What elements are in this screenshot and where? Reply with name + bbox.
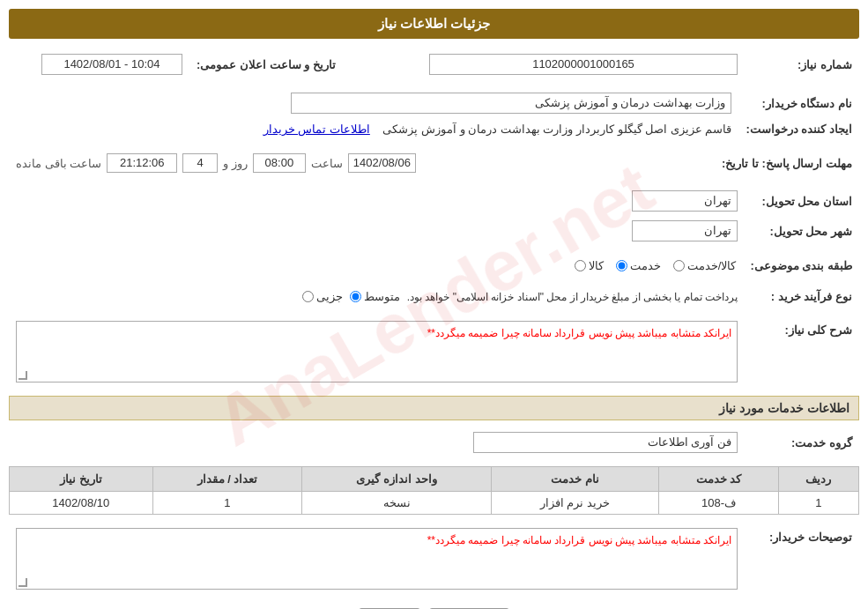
process-text: پرداخت تمام یا بخشی از مبلغ خریدار از مح… xyxy=(407,291,738,303)
col-date: تاریخ نیاز xyxy=(10,467,153,492)
response-clock: 21:12:06 xyxy=(107,153,177,173)
service-group-table: گروه خدمت: فن آوری اطلاعات xyxy=(9,427,859,457)
category-label: طبقه بندی موضوعی: xyxy=(743,255,859,277)
cell-code: ف-108 xyxy=(659,492,779,515)
buyer-org-table: نام دستگاه خریدار: وزارت بهداشت درمان و … xyxy=(9,88,859,140)
announcement-label: تاریخ و ساعت اعلان عمومی: xyxy=(189,49,343,79)
proc-mutawasset-radio[interactable] xyxy=(350,291,361,302)
process-table: نوع فرآیند خرید : پرداخت تمام یا بخشی از… xyxy=(9,286,859,308)
process-label: نوع فرآیند خرید : xyxy=(745,286,859,308)
response-date: 1402/08/06 xyxy=(348,153,416,173)
description-box: ایرانکد متشابه میباشد پیش نویس قرارداد س… xyxy=(16,321,738,382)
announcement-value: 1402/08/01 - 10:04 xyxy=(41,54,182,75)
days-label: روز و xyxy=(223,157,248,170)
cat-kala-radio[interactable] xyxy=(575,260,586,271)
province-label: استان محل تحویل: xyxy=(745,186,859,216)
buyer-org-label: نام دستگاه خریدار: xyxy=(738,88,859,118)
cat-kala-khidmat[interactable]: کالا/خدمت xyxy=(673,259,737,272)
requester-name: قاسم عزیزی اصل گیگلو کاربردار وزارت بهدا… xyxy=(382,123,731,136)
category-table: طبقه بندی موضوعی: کالا/خدمت خدمت کالا xyxy=(9,255,859,277)
page-title: جزئیات اطلاعات نیاز xyxy=(9,9,859,39)
cat-kala-khidmat-label: کالا/خدمت xyxy=(687,259,737,272)
time-label: ساعت xyxy=(311,157,343,170)
service-group-label: گروه خدمت: xyxy=(745,427,859,457)
buyer-org-value: وزارت بهداشت درمان و آموزش پزشکی xyxy=(291,93,731,114)
buyer-desc-table: توصیحات خریدار: ایرانکد متشابه میباشد پی… xyxy=(9,524,859,594)
col-code: کد خدمت xyxy=(659,467,779,492)
proc-mutawasset[interactable]: متوسط xyxy=(350,290,400,303)
cat-kala-khidmat-radio[interactable] xyxy=(673,260,685,271)
deadline-label: مهلت ارسال پاسخ: تا تاریخ: xyxy=(715,149,859,177)
top-info-table: شماره نیاز: 1102000001000165 تاریخ و ساع… xyxy=(9,49,859,79)
col-unit: واحد اندازه گیری xyxy=(302,467,491,492)
requester-label: ایجاد کننده درخواست: xyxy=(738,118,859,140)
description-label: شرح کلی نیاز: xyxy=(745,316,859,387)
buyer-desc-value: ایرانکد متشابه میباشد پیش نویس قرارداد س… xyxy=(427,534,731,546)
cat-kala[interactable]: کالا xyxy=(575,259,604,272)
city-value: تهران xyxy=(632,220,738,241)
buyer-desc-resize[interactable] xyxy=(19,578,27,587)
col-count: تعداد / مقدار xyxy=(152,467,302,492)
cell-index: 1 xyxy=(778,492,858,515)
province-value: تهران xyxy=(632,190,738,212)
remaining-label: ساعت باقی مانده xyxy=(16,157,101,170)
col-index: ردیف xyxy=(778,467,858,492)
service-group-value: فن آوری اطلاعات xyxy=(473,432,738,453)
cat-kala-label: کالا xyxy=(589,259,604,272)
cat-khidmat-label: خدمت xyxy=(630,259,661,272)
proc-juzii[interactable]: جزیی xyxy=(302,290,343,303)
resize-handle[interactable] xyxy=(19,371,27,380)
proc-mutawasset-label: متوسط xyxy=(364,290,400,303)
response-time: 08:00 xyxy=(253,153,306,173)
location-table: استان محل تحویل: تهران شهر محل تحویل: ته… xyxy=(9,186,859,246)
description-table: شرح کلی نیاز: ایرانکد متشابه میباشد پیش … xyxy=(9,316,859,387)
proc-juzii-radio[interactable] xyxy=(302,291,314,302)
table-row: 1 ف-108 خرید نرم افزار نسخه 1 1402/08/10 xyxy=(10,492,859,515)
description-value: ایرانکد متشابه میباشد پیش نویس قرارداد س… xyxy=(427,327,731,339)
deadline-table: مهلت ارسال پاسخ: تا تاریخ: 1402/08/06 سا… xyxy=(9,149,859,177)
proc-juzii-label: جزیی xyxy=(316,290,343,303)
cat-khidmat-radio[interactable] xyxy=(616,260,627,271)
cat-khidmat[interactable]: خدمت xyxy=(616,259,661,272)
cell-count: 1 xyxy=(152,492,302,515)
services-table: ردیف کد خدمت نام خدمت واحد اندازه گیری ت… xyxy=(9,466,859,515)
cell-name: خرید نرم افزار xyxy=(491,492,658,515)
contact-link[interactable]: اطلاعات تماس خریدار xyxy=(263,123,370,136)
city-label: شهر محل تحویل: xyxy=(745,216,859,246)
cell-unit: نسخه xyxy=(302,492,491,515)
need-number-value: 1102000001000165 xyxy=(429,54,738,75)
col-name: نام خدمت xyxy=(491,467,658,492)
services-section-header: اطلاعات خدمات مورد نیاز xyxy=(9,396,859,420)
buyer-desc-box: ایرانکد متشابه میباشد پیش نویس قرارداد س… xyxy=(16,528,738,590)
page-container: جزئیات اطلاعات نیاز شماره نیاز: 11020000… xyxy=(0,0,868,609)
cell-date: 1402/08/10 xyxy=(10,492,153,515)
response-days: 4 xyxy=(182,153,218,173)
buyer-desc-label: توصیحات خریدار: xyxy=(745,524,859,594)
need-number-label: شماره نیاز: xyxy=(745,49,859,79)
